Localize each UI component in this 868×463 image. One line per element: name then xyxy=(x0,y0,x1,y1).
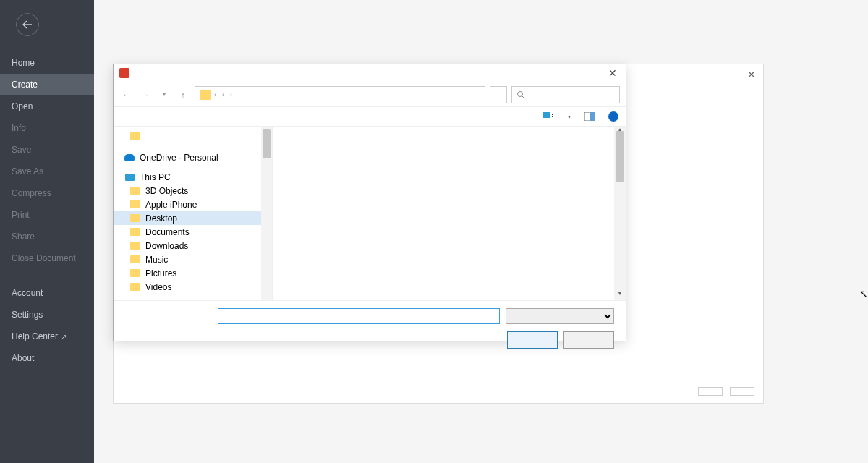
sidebar-item-about[interactable]: About xyxy=(0,347,94,369)
open-button[interactable] xyxy=(507,331,558,349)
sidebar-item-open[interactable]: Open xyxy=(0,95,94,117)
nav-back-button[interactable]: ← xyxy=(119,88,134,102)
tree-item-music[interactable]: Music xyxy=(114,252,272,266)
refresh-button[interactable] xyxy=(490,86,507,103)
file-open-dialog: ✕ ← → ▾ ↑ › › › xyxy=(113,64,626,341)
help-button[interactable] xyxy=(608,111,618,122)
scrollbar-thumb[interactable] xyxy=(616,131,624,182)
main-area: ✕ ✕ ← → ▾ ↑ › › › xyxy=(94,22,868,463)
titlebar xyxy=(0,0,868,22)
tree-item-label: OneDrive - Personal xyxy=(140,153,218,163)
folder-icon xyxy=(129,282,141,292)
search-icon xyxy=(516,90,525,99)
cancel-panel-button[interactable] xyxy=(730,387,754,396)
window-controls xyxy=(770,0,868,22)
tree-item-apple-iphone[interactable]: Apple iPhone xyxy=(114,197,272,211)
external-link-icon: ↗ xyxy=(61,333,67,341)
svg-line-1 xyxy=(522,96,524,98)
dialog-footer xyxy=(114,300,626,356)
tree-item-pictures[interactable]: Pictures xyxy=(114,266,272,280)
file-scrollbar[interactable]: ▲ ▼ xyxy=(614,127,626,300)
sidebar-item-home[interactable]: Home xyxy=(0,52,94,74)
tree-item-label: Downloads xyxy=(145,241,188,251)
tree-scrollbar[interactable] xyxy=(261,127,272,300)
folder-tree[interactable]: OneDrive - PersonalThis PC3D ObjectsAppl… xyxy=(114,127,273,300)
sidebar: HomeCreateOpenInfoSaveSave AsCompressPri… xyxy=(0,0,94,463)
svg-point-0 xyxy=(518,91,523,96)
chevron-right-icon: › xyxy=(222,91,224,98)
close-dialog-button[interactable]: ✕ xyxy=(605,67,620,79)
scrollbar-thumb[interactable] xyxy=(263,129,271,158)
file-list[interactable]: ▲ ▼ xyxy=(273,127,626,300)
folder-icon xyxy=(200,90,211,100)
tree-item-label: Pictures xyxy=(145,268,176,279)
folder-icon xyxy=(129,268,141,279)
tree-item-downloads[interactable]: Downloads xyxy=(114,239,272,252)
sidebar-item-help-center[interactable]: Help Center↗ xyxy=(0,326,94,347)
tree-item-this-pc[interactable]: This PC xyxy=(114,170,272,184)
app-icon xyxy=(119,68,129,78)
folder-icon xyxy=(129,132,141,142)
tree-item-label: Videos xyxy=(145,282,171,292)
view-dropdown[interactable]: ▾ xyxy=(568,114,571,120)
svg-rect-2 xyxy=(543,112,550,118)
pc-icon xyxy=(124,172,135,182)
tree-item-onedrive---personal[interactable]: OneDrive - Personal xyxy=(114,150,272,164)
tree-item-folder[interactable] xyxy=(114,129,272,143)
close-window-button[interactable] xyxy=(835,0,868,22)
tree-item-label: 3D Objects xyxy=(145,186,188,196)
tree-item-videos[interactable]: Videos xyxy=(114,280,272,294)
file-name-input[interactable] xyxy=(218,308,500,324)
tree-item-label: This PC xyxy=(140,172,171,182)
tree-item-desktop[interactable]: Desktop xyxy=(114,211,272,225)
sidebar-item-save[interactable]: Save xyxy=(0,139,94,161)
sidebar-item-create[interactable]: Create xyxy=(0,74,94,95)
dialog-titlebar[interactable]: ✕ xyxy=(114,64,626,82)
sidebar-item-save-as[interactable]: Save As xyxy=(0,161,94,182)
file-type-filter[interactable] xyxy=(506,308,614,324)
breadcrumb[interactable]: › › › xyxy=(195,86,485,103)
maximize-button[interactable] xyxy=(803,0,835,22)
scroll-down-icon[interactable]: ▼ xyxy=(614,290,626,300)
dialog-toolbar: ▾ xyxy=(114,106,626,127)
sidebar-item-info[interactable]: Info xyxy=(0,117,94,139)
folder-icon xyxy=(129,200,141,210)
back-button[interactable] xyxy=(16,13,39,36)
nav-forward-button[interactable]: → xyxy=(138,88,153,102)
sidebar-item-settings[interactable]: Settings xyxy=(0,304,94,326)
sidebar-item-close-document[interactable]: Close Document xyxy=(0,247,94,269)
folder-icon xyxy=(129,241,141,251)
svg-rect-4 xyxy=(590,112,595,121)
nav-up-button[interactable]: ↑ xyxy=(176,88,190,102)
sidebar-item-print[interactable]: Print xyxy=(0,204,94,226)
chevron-right-icon: › xyxy=(214,91,216,98)
tree-item-3d-objects[interactable]: 3D Objects xyxy=(114,184,272,197)
nav-history-button[interactable]: ▾ xyxy=(157,88,171,102)
arrow-left-icon xyxy=(22,20,33,29)
close-panel-button[interactable]: ✕ xyxy=(747,69,756,80)
tree-item-label: Music xyxy=(145,255,168,265)
chevron-right-icon: › xyxy=(230,91,232,98)
sidebar-item-compress[interactable]: Compress xyxy=(0,182,94,204)
minimize-button[interactable] xyxy=(770,0,803,22)
folder-icon xyxy=(129,227,141,237)
preview-pane-button[interactable] xyxy=(584,111,595,122)
cancel-button[interactable] xyxy=(563,331,614,349)
dialog-nav: ← → ▾ ↑ › › › xyxy=(114,82,626,106)
combine-button[interactable] xyxy=(698,387,723,396)
folder-icon xyxy=(129,213,141,224)
search-input[interactable] xyxy=(511,86,620,103)
folder-icon xyxy=(129,255,141,265)
tree-item-label: Documents xyxy=(145,227,190,237)
folder-icon xyxy=(129,186,141,196)
tree-item-documents[interactable]: Documents xyxy=(114,225,272,239)
view-mode-button[interactable] xyxy=(543,111,555,122)
cloud-icon xyxy=(124,153,135,163)
sidebar-item-share[interactable]: Share xyxy=(0,226,94,247)
tree-item-label: Apple iPhone xyxy=(145,200,197,210)
sidebar-item-account[interactable]: Account xyxy=(0,282,94,304)
tree-item-label: Desktop xyxy=(145,213,177,224)
